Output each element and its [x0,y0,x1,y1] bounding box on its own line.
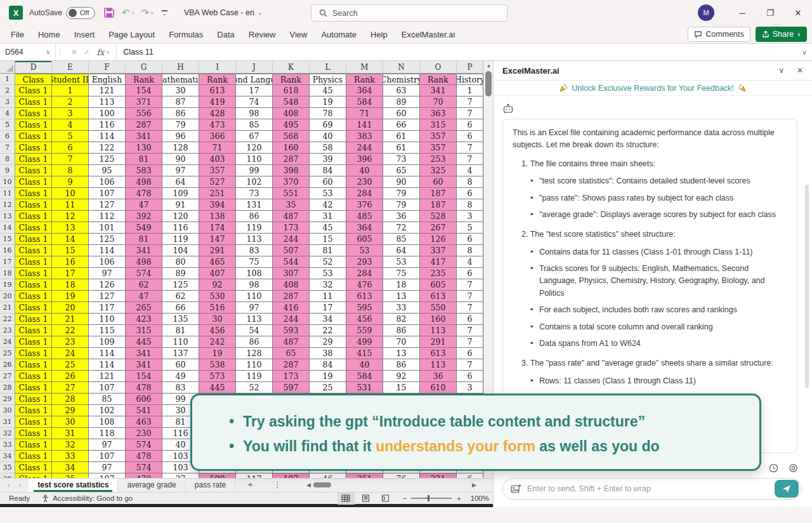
cell-H22[interactable]: 135 [162,314,199,325]
cell-P26[interactable]: 7 [457,359,483,371]
cell-M18[interactable]: 284 [346,268,383,279]
cell-K28[interactable]: 597 [273,382,310,394]
cell-D2[interactable]: Class 1 [15,85,52,96]
cell-G4[interactable]: 556 [126,108,162,119]
cell-H18[interactable]: 89 [162,268,199,279]
cell-F28[interactable]: 107 [89,382,126,394]
row-header-15[interactable]: 15 [0,234,15,245]
cell-N4[interactable]: 60 [383,108,420,119]
cell-I25[interactable]: 19 [199,348,236,359]
cell-F25[interactable]: 114 [89,348,126,359]
cell-E11[interactable]: 10 [52,188,89,199]
cell-K5[interactable]: 495 [273,119,310,131]
cell-F5[interactable]: 116 [89,119,126,131]
column-header-P[interactable]: P [457,61,483,74]
cell-F19[interactable]: 126 [89,279,126,291]
cell-N36[interactable]: 76 [383,473,420,478]
accessibility-status[interactable]: Accessibility: Good to go [41,494,133,503]
cell-L27[interactable]: 19 [310,371,346,382]
row-header-12[interactable]: 12 [0,199,15,211]
cell-P18[interactable]: 6 [457,268,483,279]
cell-H5[interactable]: 79 [162,119,199,131]
row-header-32[interactable]: 32 [0,428,15,439]
normal-view-button[interactable] [337,493,355,505]
cell-G13[interactable]: 392 [126,211,162,222]
cell-D25[interactable]: Class 1 [15,348,52,359]
cell-P11[interactable]: 6 [457,188,483,199]
cell-J19[interactable]: 98 [236,279,273,291]
cell-E26[interactable]: 25 [52,359,89,371]
cell-N24[interactable]: 70 [383,336,420,348]
avatar[interactable]: M [698,4,714,21]
cell-D7[interactable]: Class 1 [15,142,52,154]
cell-E13[interactable]: 12 [52,211,89,222]
cell-H21[interactable]: 66 [162,302,199,314]
cell-O15[interactable]: 126 [420,234,457,245]
cell-D24[interactable]: Class 1 [15,336,52,348]
cell-F9[interactable]: 95 [89,165,126,176]
cell-O1[interactable]: Rank [420,74,457,85]
cell-I11[interactable]: 251 [199,188,236,199]
cell-P2[interactable]: 1 [457,85,483,96]
cell-J17[interactable]: 75 [236,256,273,268]
cell-O28[interactable]: 610 [420,382,457,394]
row-header-31[interactable]: 31 [0,416,15,428]
cell-E36[interactable]: 35 [52,473,89,478]
cell-E35[interactable]: 34 [52,462,89,473]
formula-input[interactable]: Class 11 [117,44,797,60]
cell-L9[interactable]: 84 [310,165,346,176]
cell-F27[interactable]: 121 [89,371,126,382]
select-all-corner[interactable] [0,61,15,74]
cell-O22[interactable]: 160 [420,314,457,325]
cell-D19[interactable]: Class 1 [15,279,52,291]
chat-input[interactable]: Enter to send, Shift + Enter to wrap [502,478,802,500]
row-header-26[interactable]: 26 [0,359,15,371]
cell-N5[interactable]: 66 [383,119,420,131]
cell-M12[interactable]: 376 [346,199,383,211]
cell-M11[interactable]: 284 [346,188,383,199]
cell-K6[interactable]: 568 [273,131,310,142]
cell-I3[interactable]: 419 [199,96,236,108]
cell-J15[interactable]: 113 [236,234,273,245]
cell-F33[interactable]: 97 [89,439,126,451]
row-header-17[interactable]: 17 [0,256,15,268]
cell-P6[interactable]: 6 [457,131,483,142]
cell-K14[interactable]: 173 [273,222,310,234]
cell-G9[interactable]: 583 [126,165,162,176]
cell-D12[interactable]: Class 1 [15,199,52,211]
column-header-O[interactable]: O [420,61,457,74]
cell-N21[interactable]: 33 [383,302,420,314]
cell-O18[interactable]: 235 [420,268,457,279]
namebox-splitter[interactable]: ⋮ [56,44,65,60]
cell-N14[interactable]: 72 [383,222,420,234]
cell-H9[interactable]: 97 [162,165,199,176]
cell-L21[interactable]: 17 [310,302,346,314]
cell-K2[interactable]: 618 [273,85,310,96]
cell-K23[interactable]: 593 [273,325,310,336]
cell-E29[interactable]: 28 [52,394,89,405]
cell-I14[interactable]: 174 [199,222,236,234]
panel-collapse-icon[interactable]: ∨ [778,66,784,75]
cell-E34[interactable]: 33 [52,451,89,462]
cell-N16[interactable]: 64 [383,245,420,256]
feedback-promo-link[interactable]: Unlock Exclusive Rewards for Your Feedba… [494,81,812,96]
cell-L22[interactable]: 34 [310,314,346,325]
cell-K13[interactable]: 487 [273,211,310,222]
cell-E33[interactable]: 32 [52,439,89,451]
cell-L11[interactable]: 53 [310,188,346,199]
row-header-18[interactable]: 18 [0,268,15,279]
cell-J24[interactable]: 86 [236,336,273,348]
cell-F17[interactable]: 106 [89,256,126,268]
cell-G17[interactable]: 498 [126,256,162,268]
cell-D21[interactable]: Class 1 [15,302,52,314]
cell-N9[interactable]: 65 [383,165,420,176]
cell-D17[interactable]: Class 1 [15,256,52,268]
cell-F34[interactable]: 107 [89,451,126,462]
cell-D9[interactable]: Class 1 [15,165,52,176]
cell-D16[interactable]: Class 1 [15,245,52,256]
cell-M27[interactable]: 584 [346,371,383,382]
cell-E5[interactable]: 4 [52,119,89,131]
cell-F6[interactable]: 114 [89,131,126,142]
cell-M8[interactable]: 396 [346,154,383,165]
cell-L5[interactable]: 69 [310,119,346,131]
